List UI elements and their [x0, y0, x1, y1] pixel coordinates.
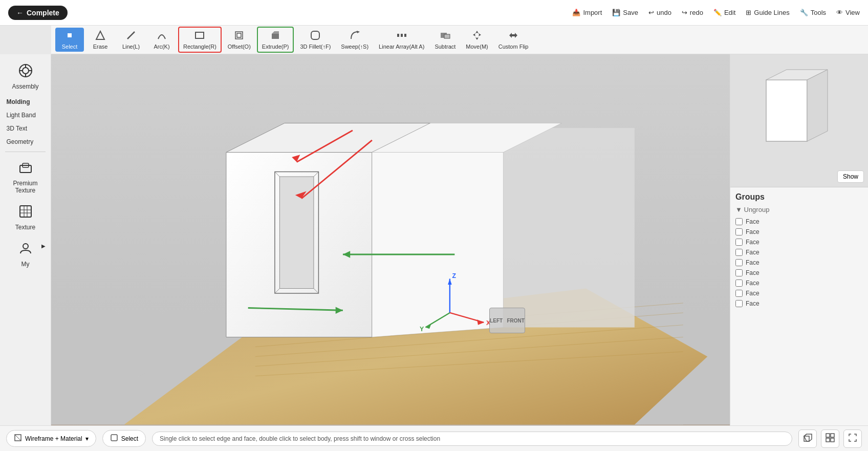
texture-icon	[18, 204, 33, 222]
face4-checkbox[interactable]	[735, 249, 743, 256]
main-area: Assembly Molding Light Band 3D Text Geom…	[0, 54, 868, 425]
custom-flip-icon	[508, 30, 519, 42]
3d-view-icon	[802, 433, 813, 445]
group-item: Face	[735, 217, 863, 227]
sidebar-item-texture[interactable]: Texture	[3, 200, 49, 235]
select-button[interactable]: Select	[102, 430, 146, 447]
tool-sweep[interactable]: Sweep(↑S)	[337, 28, 373, 52]
floor-grid	[51, 159, 730, 313]
expand-icon: ▶	[41, 243, 46, 249]
show-label: Show	[843, 173, 858, 180]
svg-rect-10	[311, 31, 319, 39]
complete-button[interactable]: ← Complete	[8, 6, 68, 20]
face7-checkbox[interactable]	[735, 280, 743, 287]
svg-line-3	[127, 32, 135, 39]
ungroup-label[interactable]: ▼ Ungroup	[735, 206, 863, 213]
grid-view-button[interactable]	[821, 429, 839, 448]
redo-button[interactable]: ↪ redo	[682, 9, 703, 16]
face2-checkbox[interactable]	[735, 228, 743, 235]
group-item: Face	[735, 237, 863, 247]
svg-rect-12	[397, 34, 399, 37]
face5-label: Face	[746, 259, 760, 266]
show-button[interactable]: Show	[837, 170, 864, 183]
face1-label: Face	[746, 218, 760, 225]
sidebar-item-my[interactable]: My ▶	[3, 237, 49, 272]
ungroup-text: Ungroup	[744, 206, 770, 213]
grid-icon	[825, 433, 835, 445]
face2-label: Face	[746, 228, 760, 235]
sidebar-item-assembly[interactable]: Assembly	[3, 59, 49, 94]
view-icon: 👁	[836, 9, 843, 16]
face6-checkbox[interactable]	[735, 269, 743, 276]
molding-label: Molding	[7, 98, 30, 105]
sidebar-divider	[5, 152, 46, 152]
svg-marker-71	[807, 70, 828, 141]
svg-rect-78	[826, 434, 830, 437]
view-button[interactable]: 👁 View	[836, 9, 860, 16]
sidebar-sub-molding[interactable]: Molding	[3, 96, 49, 108]
svg-rect-24	[20, 165, 31, 173]
edit-button[interactable]: ✏️ Edit	[713, 9, 735, 16]
svg-rect-74	[111, 435, 117, 441]
undo-button[interactable]: ↩ undo	[648, 9, 671, 16]
svg-marker-33	[51, 371, 683, 424]
tool-custom-flip[interactable]: Custom Flip	[494, 28, 533, 52]
svg-line-63	[425, 313, 449, 327]
navigation-cube[interactable]: LEFT FRONT	[489, 308, 525, 333]
topbar-actions: 📥 Import 💾 Save ↩ undo ↪ redo ✏️ Edit ⊞ …	[572, 9, 860, 16]
save-button[interactable]: 💾 Save	[612, 9, 638, 16]
geometry-label: Geometry	[7, 138, 34, 145]
group-item: Face	[735, 247, 863, 257]
toolbar: Select Erase Line(L) Arc(K) Rectangle(R)…	[51, 26, 868, 54]
view-mode-button[interactable]: Wireframe + Material ▾	[6, 430, 96, 447]
tools-button[interactable]: 🔧 Tools	[800, 9, 826, 16]
assembly-icon	[18, 63, 33, 81]
guide-lines-button[interactable]: ⊞ Guide Lines	[746, 9, 789, 16]
tool-arc[interactable]: Arc(K)	[147, 28, 176, 52]
fullscreen-button[interactable]	[843, 429, 862, 448]
fullscreen-icon	[848, 433, 858, 445]
face5-checkbox[interactable]	[735, 259, 743, 266]
model-preview-svg	[746, 65, 848, 157]
view-mode-label: Wireframe + Material	[25, 435, 82, 442]
tool-linear-array[interactable]: Linear Array(Alt A)	[375, 28, 428, 52]
face8-label: Face	[746, 290, 760, 297]
tool-line[interactable]: Line(L)	[117, 28, 145, 52]
3d-view-button[interactable]	[798, 429, 817, 448]
tool-erase[interactable]: Erase	[86, 28, 115, 52]
tool-subtract[interactable]: Subtract	[430, 28, 460, 52]
guide-lines-icon: ⊞	[746, 9, 751, 16]
import-button[interactable]: 📥 Import	[572, 9, 602, 16]
tool-3d-fillet[interactable]: 3D Fillet(↑F)	[296, 28, 335, 52]
sidebar-item-premium-texture[interactable]: Premium Texture	[3, 156, 49, 198]
move-icon	[471, 30, 483, 42]
svg-rect-79	[831, 434, 834, 437]
tool-offset[interactable]: Offset(O)	[224, 28, 255, 52]
sidebar-sub-lightband[interactable]: Light Band	[3, 110, 49, 121]
subtract-icon	[440, 30, 451, 42]
svg-rect-14	[404, 34, 406, 37]
wireframe-icon	[14, 434, 22, 443]
sidebar-sub-geometry[interactable]: Geometry	[3, 136, 49, 147]
texture-label: Texture	[15, 224, 35, 231]
tool-extrude[interactable]: Extrude(P)	[257, 27, 294, 53]
top-bar: ← Complete 📥 Import 💾 Save ↩ undo ↪ redo…	[0, 0, 868, 26]
sidebar-sub-3dtext[interactable]: 3D Text	[3, 123, 49, 134]
line-tool-icon	[125, 30, 137, 42]
complete-label: Complete	[27, 9, 59, 17]
face1-checkbox[interactable]	[735, 218, 743, 225]
tool-select[interactable]: Select	[55, 28, 84, 52]
svg-rect-5	[235, 32, 243, 39]
face3-checkbox[interactable]	[735, 239, 743, 246]
import-icon: 📥	[572, 9, 580, 16]
face6-label: Face	[746, 269, 760, 276]
face8-checkbox[interactable]	[735, 290, 743, 297]
left-sidebar: Assembly Molding Light Band 3D Text Geom…	[0, 54, 51, 425]
tool-move[interactable]: Move(M)	[462, 28, 492, 52]
face9-label: Face	[746, 300, 760, 307]
face9-checkbox[interactable]	[735, 300, 743, 307]
fillet-tool-icon	[310, 30, 321, 42]
tool-rectangle[interactable]: Rectangle(R)	[178, 27, 222, 53]
rectangle-tool-icon	[194, 30, 205, 42]
viewport[interactable]: Z Y X LEFT FRONT	[51, 54, 730, 425]
